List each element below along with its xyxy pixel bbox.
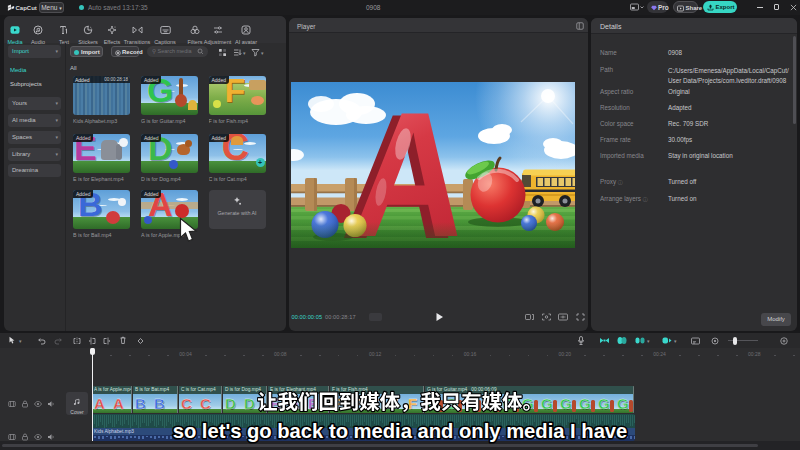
svg-text:so let's go back to media and: so let's go back to media and only media… bbox=[173, 420, 628, 442]
